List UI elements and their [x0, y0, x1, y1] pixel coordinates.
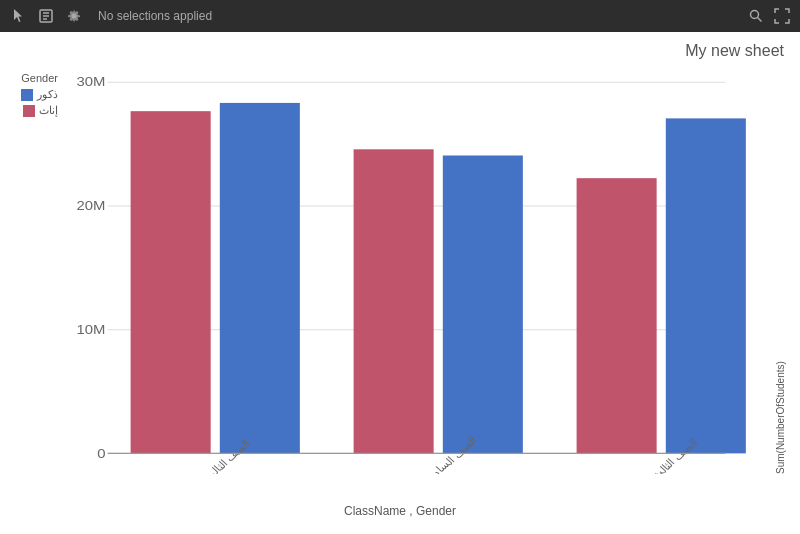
bar-g3-male[interactable] — [666, 118, 746, 453]
bar-g1-male[interactable] — [220, 103, 300, 453]
legend-items: ذكور إناث — [21, 88, 58, 117]
bar-g3-female[interactable] — [577, 178, 657, 453]
legend-swatch-male — [21, 89, 33, 101]
fullscreen-icon[interactable] — [772, 6, 792, 26]
x-axis-label: ClassName , Gender — [344, 504, 456, 518]
legend-item-male: ذكور — [21, 88, 58, 101]
bar-g2-female[interactable] — [354, 149, 434, 453]
sheet-title: My new sheet — [685, 42, 784, 60]
sheet-content: My new sheet Gender ذكور إناث — [0, 32, 800, 534]
svg-text:30M: 30M — [77, 74, 106, 89]
selection-icon[interactable] — [36, 6, 56, 26]
gear-icon[interactable] — [64, 6, 84, 26]
chart-legend: Gender ذكور إناث — [10, 72, 58, 474]
bar-g1-female[interactable] — [131, 111, 211, 453]
legend-label-female: إناث — [39, 104, 58, 117]
search-icon[interactable] — [746, 6, 766, 26]
legend-label-male: ذكور — [37, 88, 58, 101]
legend-item-female: إناث — [21, 104, 58, 117]
no-selections-status: No selections applied — [98, 9, 212, 23]
legend-swatch-female — [23, 105, 35, 117]
svg-text:10M: 10M — [77, 322, 106, 337]
toolbar: No selections applied — [0, 0, 800, 32]
svg-text:20M: 20M — [77, 198, 106, 213]
y-axis-label: Sum(NumberOfStudents) — [771, 72, 790, 474]
chart-container: Gender ذكور إناث 30M — [10, 72, 790, 474]
svg-line-6 — [758, 18, 762, 22]
legend-title: Gender — [21, 72, 58, 84]
chart-svg-wrapper: 30M 20M 10M 0 الصف الثالث الابتدائي الصف… — [62, 72, 771, 474]
bar-g2-male[interactable] — [443, 155, 523, 453]
svg-point-5 — [751, 11, 759, 19]
toolbar-right — [746, 6, 792, 26]
svg-text:0: 0 — [97, 445, 105, 460]
cursor-icon[interactable] — [8, 6, 28, 26]
toolbar-left: No selections applied — [8, 6, 212, 26]
